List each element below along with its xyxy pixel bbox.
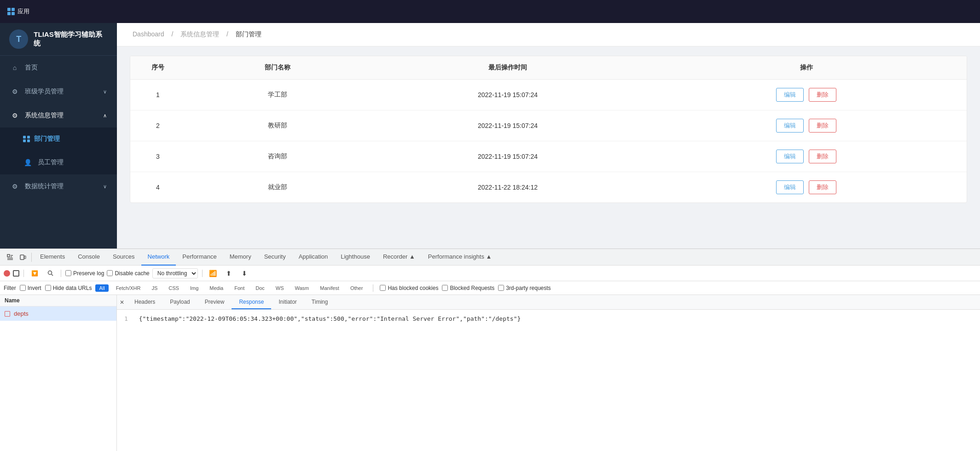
table-row: 1 学工部 2022-11-19 15:07:24 编辑 删除	[130, 80, 967, 110]
download-icon[interactable]: ⬇	[238, 267, 251, 280]
search-icon-button[interactable]	[44, 267, 57, 280]
table-header-row: 序号 部门名称 最后操作时间 操作	[130, 56, 967, 80]
sub-tab-response[interactable]: Response	[232, 295, 271, 309]
toolbar-separator	[31, 253, 32, 262]
blocked-req-checkbox[interactable]: Blocked Requests	[442, 285, 494, 291]
svg-line-8	[51, 274, 53, 276]
sub-tab-payload[interactable]: Payload	[162, 295, 197, 309]
tab-elements[interactable]: Elements	[34, 249, 71, 266]
filter-type-media[interactable]: Media	[206, 284, 227, 292]
tab-perf-insights[interactable]: Performance insights ▲	[422, 249, 499, 266]
cell-seq-4: 4	[130, 172, 186, 203]
wifi-icon[interactable]: 📶	[207, 267, 220, 280]
invert-checkbox[interactable]: Invert	[20, 285, 41, 291]
filter-type-all[interactable]: All	[95, 284, 108, 292]
col-header-op: 操作	[646, 56, 967, 80]
filter-type-font[interactable]: Font	[231, 284, 248, 292]
devtools-panel: Elements Console Sources Network Perform…	[0, 249, 980, 451]
filter-type-other[interactable]: Other	[347, 284, 367, 292]
inspect-element-button[interactable]	[4, 251, 17, 264]
tab-network[interactable]: Network	[141, 249, 176, 266]
sub-tab-headers[interactable]: Headers	[127, 295, 162, 309]
response-content: 1 {"timestamp":"2022-12-09T06:05:34.323+…	[117, 310, 980, 328]
preserve-log-checkbox[interactable]: Preserve log	[65, 270, 104, 277]
filter-type-ws[interactable]: WS	[272, 284, 288, 292]
delete-button-4[interactable]: 删除	[809, 180, 836, 194]
throttle-select[interactable]: No throttling	[152, 268, 198, 278]
breadcrumb: Dashboard / 系统信息管理 / 部门管理	[117, 23, 980, 46]
record-button[interactable]	[4, 270, 10, 277]
tab-memory[interactable]: Memory	[223, 249, 258, 266]
filter-type-manifest[interactable]: Manifest	[316, 284, 343, 292]
tab-lighthouse[interactable]: Lighthouse	[334, 249, 377, 266]
edit-button-3[interactable]: 编辑	[776, 150, 804, 163]
sidebar-item-class[interactable]: ⚙ 班级学员管理 ∨	[0, 80, 117, 104]
table-row: 2 教研部 2022-11-19 15:07:24 编辑 删除	[130, 110, 967, 141]
devtools-toolbar: Elements Console Sources Network Perform…	[0, 249, 980, 266]
sidebar-item-sysinfo[interactable]: ⚙ 系统信息管理 ∧	[0, 104, 117, 127]
filter-type-img[interactable]: Img	[186, 284, 202, 292]
table-row: 4 就业部 2022-11-22 18:24:12 编辑 删除	[130, 172, 967, 203]
tab-application[interactable]: Application	[292, 249, 335, 266]
gear-icon: ⚙	[10, 111, 19, 120]
filter-type-css[interactable]: CSS	[165, 284, 183, 292]
edit-button-1[interactable]: 编辑	[776, 88, 804, 102]
dept-grid-icon	[23, 136, 30, 142]
filter-label: Filter	[4, 285, 16, 291]
device-toggle-button[interactable]	[17, 251, 29, 264]
col-header-seq: 序号	[130, 56, 186, 80]
sub-tab-preview[interactable]: Preview	[197, 295, 232, 309]
filter-type-fetchxhr[interactable]: Fetch/XHR	[112, 284, 145, 292]
request-name: depts	[14, 310, 29, 317]
filter-sep-1	[23, 270, 24, 277]
stop-record-button[interactable]	[13, 270, 19, 277]
filter-type-js[interactable]: JS	[148, 284, 161, 292]
filter-icon-button[interactable]: 🔽	[28, 267, 41, 280]
tab-recorder[interactable]: Recorder ▲	[377, 249, 422, 266]
sidebar-item-home[interactable]: ⌂ 首页	[0, 56, 117, 80]
svg-rect-0	[7, 254, 10, 257]
filter-type-wasm[interactable]: Wasm	[291, 284, 313, 292]
close-panel-button[interactable]: ✕	[117, 295, 127, 309]
cell-time-3: 2022-11-19 15:07:24	[370, 141, 646, 172]
filter-sep-2	[61, 270, 61, 277]
home-icon: ⌂	[10, 63, 19, 72]
request-item-depts[interactable]: depts	[0, 306, 116, 321]
cell-name-2: 教研部	[186, 110, 370, 141]
table-row: 3 咨询部 2022-11-19 15:07:24 编辑 删除	[130, 141, 967, 172]
chevron-up-icon: ∧	[103, 113, 107, 119]
sub-tab-timing[interactable]: Timing	[304, 295, 336, 309]
delete-button-1[interactable]: 删除	[809, 88, 836, 102]
edit-button-4[interactable]: 编辑	[776, 180, 804, 194]
edit-button-2[interactable]: 编辑	[776, 119, 804, 133]
delete-button-2[interactable]: 删除	[809, 119, 836, 133]
response-panel: 1 {"timestamp":"2022-12-09T06:05:34.323+…	[117, 310, 980, 451]
col-header-name: 部门名称	[186, 56, 370, 80]
filter-type-row: Filter Invert Hide data URLs All Fetch/X…	[0, 281, 980, 295]
response-area: ✕ Headers Payload Preview Response Initi…	[117, 295, 980, 451]
svg-rect-5	[20, 255, 24, 260]
filter-type-doc[interactable]: Doc	[252, 284, 268, 292]
sysinfo-submenu: 部门管理 👤 员工管理	[0, 127, 117, 174]
dept-table: 序号 部门名称 最后操作时间 操作 1 学工部 2022-11-19 15:07…	[130, 56, 967, 203]
sub-tab-initiator[interactable]: Initiator	[271, 295, 304, 309]
logo-icon: T	[9, 29, 28, 49]
tab-performance[interactable]: Performance	[176, 249, 223, 266]
third-party-checkbox[interactable]: 3rd-party requests	[498, 285, 551, 291]
tab-sources[interactable]: Sources	[106, 249, 141, 266]
logo-text: TLIAS智能学习辅助系统	[34, 30, 108, 48]
tab-security[interactable]: Security	[258, 249, 292, 266]
delete-button-3[interactable]: 删除	[809, 150, 836, 163]
upload-icon[interactable]: ⬆	[222, 267, 235, 280]
cell-name-4: 就业部	[186, 172, 370, 203]
hide-data-urls-checkbox[interactable]: Hide data URLs	[45, 285, 92, 291]
sidebar-item-dept[interactable]: 部门管理	[0, 127, 117, 150]
sidebar-item-stats[interactable]: ⚙ 数据统计管理 ∨	[0, 174, 117, 198]
sidebar-item-employee[interactable]: 👤 员工管理	[0, 150, 117, 174]
disable-cache-checkbox[interactable]: Disable cache	[107, 270, 149, 277]
requests-list: Name depts	[0, 295, 117, 451]
network-pane: Name depts ✕ Headers Payload Preview Res…	[0, 295, 980, 451]
tab-console[interactable]: Console	[71, 249, 106, 266]
has-blocked-checkbox[interactable]: Has blocked cookies	[380, 285, 438, 291]
devtools-tabs: Elements Console Sources Network Perform…	[34, 249, 976, 266]
